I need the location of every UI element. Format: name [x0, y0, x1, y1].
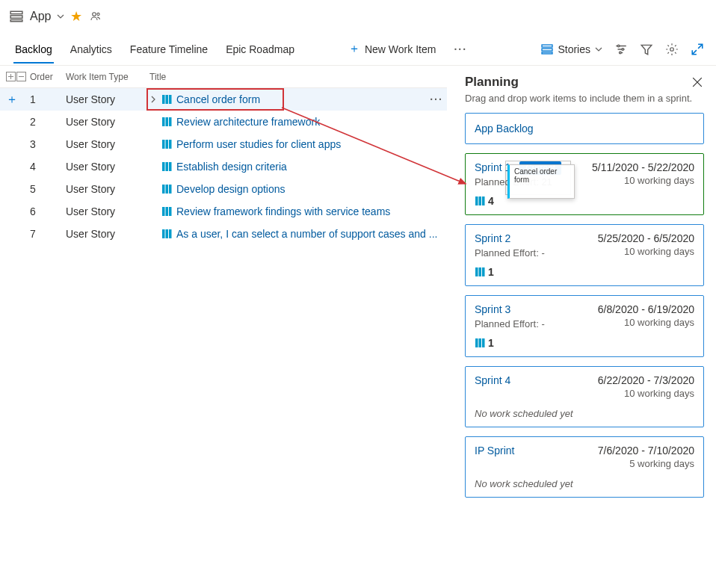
backlog-grid: Order Work Item Type Title ＋1User StoryC… [0, 66, 447, 588]
chevron-down-icon[interactable] [57, 13, 64, 20]
svg-point-11 [670, 47, 674, 51]
col-header-type[interactable]: Work Item Type [66, 72, 149, 82]
svg-rect-23 [169, 162, 172, 171]
tab-analytics[interactable]: Analytics [61, 36, 121, 63]
sprint-card[interactable]: Sprint 1 Current 5/11/2020 - 5/22/2020 P… [465, 153, 704, 215]
col-header-title[interactable]: Title [149, 72, 447, 82]
work-item-title: Establish design criteria [176, 161, 287, 173]
svg-rect-24 [162, 185, 165, 194]
cell-title[interactable]: Establish design criteria [149, 161, 447, 173]
backlog-card[interactable]: App Backlog [465, 113, 704, 144]
cell-title[interactable]: Develop design options [149, 183, 447, 195]
sprint-dates: 5/11/2020 - 5/22/2020 [592, 161, 694, 173]
sprint-days: 10 working days [624, 317, 694, 329]
svg-rect-31 [166, 229, 169, 238]
tab-feature-timeline[interactable]: Feature Timeline [121, 36, 217, 63]
view-selector[interactable]: Stories [541, 43, 602, 55]
svg-rect-36 [475, 267, 478, 276]
cell-title[interactable]: Perform user studies for client apps [149, 138, 447, 150]
svg-rect-16 [166, 117, 169, 126]
svg-rect-32 [169, 229, 172, 238]
svg-rect-40 [479, 338, 482, 347]
tab-backlog[interactable]: Backlog [6, 36, 61, 63]
table-row[interactable]: 4User StoryEstablish design criteria [0, 155, 447, 178]
chevron-down-icon [595, 46, 602, 53]
table-row[interactable]: 2User StoryReview architecture framework [0, 111, 447, 133]
grid-header-row: Order Work Item Type Title [0, 66, 447, 88]
row-more-actions[interactable]: ··· [426, 93, 447, 105]
sprint-dates: 7/6/2020 - 7/10/2020 [598, 445, 694, 457]
sprint-name[interactable]: IP Sprint [475, 445, 514, 457]
svg-rect-6 [542, 49, 552, 51]
cell-title[interactable]: As a user, I can select a number of supp… [149, 228, 447, 240]
col-header-order[interactable]: Order [30, 72, 66, 82]
sprint-effort: Planned Effort: - [475, 247, 545, 259]
sprint-card[interactable]: IP Sprint 7/6/2020 - 7/10/2020 5 working… [465, 436, 704, 498]
svg-rect-5 [542, 45, 552, 47]
svg-rect-13 [166, 95, 169, 104]
table-row[interactable]: 5User StoryDevelop design options [0, 178, 447, 200]
sprint-name[interactable]: Sprint 4 [475, 374, 510, 386]
tab-bar: Backlog Analytics Feature Timeline Epic … [0, 33, 716, 66]
planning-panel: Planning Drag and drop work items to inc… [447, 66, 716, 588]
sprint-card[interactable]: Sprint 3 6/8/2020 - 6/19/2020 Planned Ef… [465, 295, 704, 357]
table-row[interactable]: 7User StoryAs a user, I can select a num… [0, 223, 447, 245]
cell-order: 4 [30, 161, 66, 173]
sprint-card[interactable]: Sprint 2 5/25/2020 - 6/5/2020 Planned Ef… [465, 224, 704, 286]
svg-rect-28 [166, 207, 169, 216]
app-title[interactable]: App [30, 10, 51, 23]
expand-collapse-header[interactable] [6, 72, 30, 81]
more-actions-button[interactable]: ··· [454, 43, 467, 55]
table-row[interactable]: 3User StoryPerform user studies for clie… [0, 133, 447, 155]
team-icon[interactable] [88, 9, 103, 24]
svg-rect-0 [10, 11, 22, 13]
sprint-count: 4 [475, 195, 694, 207]
sprint-dates: 6/22/2020 - 7/3/2020 [598, 374, 694, 386]
svg-rect-26 [169, 185, 172, 194]
collapse-all-icon[interactable] [16, 72, 26, 81]
svg-rect-41 [482, 338, 485, 347]
table-row[interactable]: 6User StoryReview framework findings wit… [0, 200, 447, 223]
svg-rect-25 [166, 185, 169, 194]
svg-point-3 [93, 13, 96, 16]
filter-icon[interactable] [640, 43, 653, 56]
filter-settings-icon[interactable] [614, 43, 628, 56]
tab-epic-roadmap[interactable]: Epic Roadmap [217, 36, 303, 63]
current-badge: Current [519, 161, 561, 175]
sprint-name[interactable]: Sprint 1 [475, 161, 510, 173]
fullscreen-icon[interactable] [691, 43, 704, 56]
svg-rect-15 [162, 117, 165, 126]
cell-order: 1 [30, 93, 66, 105]
sprint-days: 10 working days [624, 246, 694, 259]
svg-rect-37 [479, 267, 482, 276]
work-item-title: Cancel order form [176, 93, 260, 105]
svg-rect-33 [475, 196, 478, 205]
cell-title[interactable]: Review framework findings with service t… [149, 205, 447, 217]
sprint-dates: 6/8/2020 - 6/19/2020 [598, 303, 694, 315]
svg-rect-22 [166, 162, 169, 171]
sprint-days: 10 working days [624, 175, 694, 188]
backlog-card-label: App Backlog [475, 123, 534, 134]
close-icon[interactable] [692, 76, 704, 88]
cell-title[interactable]: Cancel order form [149, 93, 426, 105]
svg-rect-19 [166, 140, 169, 149]
chevron-right-icon[interactable] [149, 96, 157, 103]
svg-rect-21 [162, 162, 165, 171]
work-item-title: Review framework findings with service t… [176, 205, 390, 217]
new-work-item-button[interactable]: ＋ New Work Item [348, 41, 436, 57]
sprint-name[interactable]: Sprint 3 [475, 303, 510, 315]
cell-type: User Story [66, 205, 149, 217]
sprint-card[interactable]: Sprint 4 6/22/2020 - 7/3/2020 10 working… [465, 366, 704, 427]
sprint-name[interactable]: Sprint 2 [475, 232, 510, 244]
svg-rect-1 [10, 16, 22, 18]
settings-gear-icon[interactable] [665, 43, 679, 56]
cell-type: User Story [66, 183, 149, 195]
cell-order: 2 [30, 116, 66, 128]
table-row[interactable]: ＋1User StoryCancel order form··· [0, 88, 447, 111]
expand-all-icon[interactable] [6, 72, 16, 81]
sprint-empty: No work scheduled yet [475, 478, 694, 489]
work-item-title: Perform user studies for client apps [176, 138, 341, 150]
add-child-button[interactable]: ＋ [6, 92, 30, 108]
favorite-star-icon[interactable]: ★ [70, 8, 82, 25]
cell-title[interactable]: Review architecture framework [149, 116, 447, 128]
